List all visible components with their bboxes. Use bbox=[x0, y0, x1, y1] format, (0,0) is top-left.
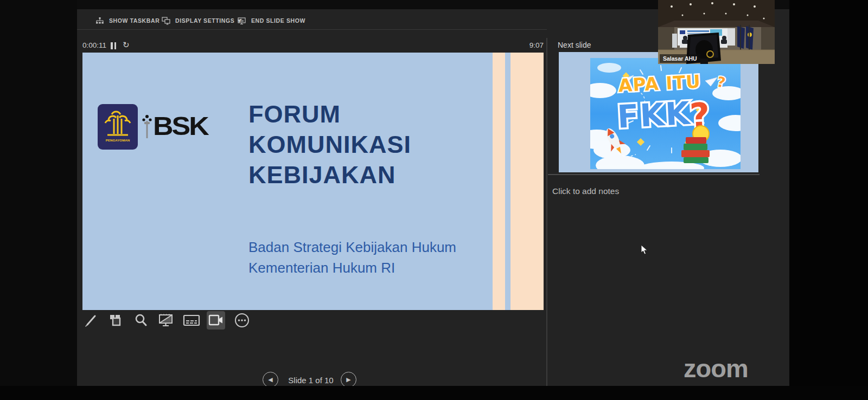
slide-title: FORUM KOMUNIKASI KEBIJAKAN bbox=[248, 99, 411, 190]
all-slides-icon bbox=[108, 313, 123, 328]
previous-slide-button[interactable]: ◀ bbox=[263, 372, 278, 388]
end-slide-show-icon bbox=[238, 17, 246, 25]
current-slide[interactable]: PENGAYOMAN BSK FORUM KOMUNIKASI KEBIJAKA… bbox=[82, 53, 544, 310]
black-screen-button[interactable] bbox=[157, 311, 175, 330]
previous-arrow-icon: ◀ bbox=[268, 376, 272, 383]
svg-text:FKK: FKK bbox=[616, 95, 692, 136]
mouse-cursor bbox=[640, 244, 649, 257]
panel-divider bbox=[546, 38, 547, 386]
pen-tool-button[interactable] bbox=[81, 311, 100, 330]
participant-name-badge: Salasar AHU bbox=[660, 54, 700, 63]
see-all-slides-button[interactable] bbox=[106, 311, 125, 330]
restart-timer-button[interactable]: ↻ bbox=[123, 40, 130, 50]
pen-icon bbox=[83, 313, 98, 328]
display-settings-label: DISPLAY SETTINGS ▼ bbox=[175, 17, 242, 24]
more-options-icon bbox=[234, 312, 250, 328]
pause-timer-button[interactable] bbox=[111, 42, 117, 49]
participant-video-thumbnail[interactable]: Salasar AHU bbox=[658, 0, 775, 64]
left-black-strip bbox=[0, 0, 77, 400]
pengayoman-logo-text: PENGAYOMAN bbox=[106, 138, 130, 142]
more-options-button[interactable] bbox=[233, 311, 251, 330]
show-taskbar-button[interactable]: SHOW TASKBAR bbox=[95, 15, 159, 27]
next-slide-label: Next slide bbox=[558, 41, 591, 49]
zoom-watermark: zoom bbox=[684, 353, 748, 383]
black-screen-icon bbox=[158, 313, 174, 328]
participant-name: Salasar AHU bbox=[663, 55, 697, 62]
subtitles-button[interactable] bbox=[182, 311, 201, 330]
display-settings-button[interactable]: DISPLAY SETTINGS ▼ bbox=[162, 15, 242, 27]
slide-accent-stripe bbox=[510, 53, 544, 310]
slide-subtitle: Badan Strategi Kebijakan Hukum Kementeri… bbox=[248, 237, 456, 278]
magnifier-icon bbox=[133, 313, 149, 328]
subtitles-icon bbox=[183, 313, 200, 327]
show-taskbar-label: SHOW TASKBAR bbox=[109, 17, 159, 24]
bottom-black-bar bbox=[0, 386, 868, 400]
zoom-slide-button[interactable] bbox=[132, 311, 150, 330]
notes-placeholder[interactable]: Click to add notes bbox=[552, 186, 619, 196]
slide-accent-stripe bbox=[493, 53, 505, 310]
slide-counter: Slide 1 of 10 bbox=[285, 376, 337, 385]
svg-text:APA ITU: APA ITU bbox=[618, 71, 701, 96]
notes-divider bbox=[548, 174, 760, 175]
elapsed-timer: 0:00:11 bbox=[82, 41, 106, 49]
display-settings-icon bbox=[162, 17, 170, 25]
next-slide-image: APA ITU ? FKK ? bbox=[590, 58, 741, 169]
screen: SHOW TASKBAR DISPLAY SETTINGS ▼ END SLID… bbox=[0, 0, 868, 400]
end-slide-show-label: END SLIDE SHOW bbox=[251, 17, 305, 24]
bsk-logo-text: BSK bbox=[153, 113, 208, 139]
next-slide-preview[interactable]: APA ITU ? FKK ? bbox=[559, 52, 758, 172]
camera-icon bbox=[208, 314, 224, 327]
bsk-tree-icon bbox=[141, 112, 153, 139]
toolbar-separator bbox=[77, 29, 547, 30]
next-slide-button[interactable]: ▶ bbox=[341, 372, 356, 388]
current-time: 9:07 bbox=[510, 41, 544, 49]
end-slide-show-button[interactable]: END SLIDE SHOW bbox=[238, 15, 305, 27]
right-black-strip bbox=[789, 0, 868, 400]
next-arrow-icon: ▶ bbox=[346, 376, 350, 383]
camera-button[interactable] bbox=[207, 311, 225, 330]
pengayoman-logo: PENGAYOMAN bbox=[98, 104, 138, 150]
taskbar-icon bbox=[95, 17, 104, 24]
bsk-logo: BSK bbox=[141, 108, 212, 144]
